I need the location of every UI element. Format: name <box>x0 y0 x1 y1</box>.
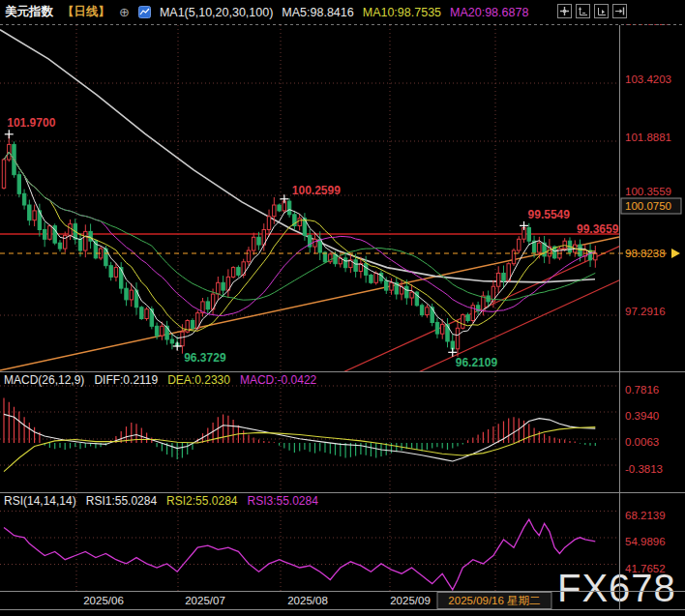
rsi-title: RSI(14,14,14) <box>4 494 76 508</box>
pan-right-icon[interactable] <box>612 4 627 18</box>
svg-text:100.0750: 100.0750 <box>625 200 671 212</box>
ma5-value: MA5:98.8416 <box>282 6 353 19</box>
macd-diff-value: DIFF:0.2119 <box>94 373 158 387</box>
svg-text:0.3940: 0.3940 <box>625 410 659 422</box>
svg-text:100.3559: 100.3559 <box>625 186 671 197</box>
svg-text:101.9700: 101.9700 <box>7 116 55 130</box>
main-chart-canvas[interactable] <box>0 30 625 374</box>
svg-text:54.9896: 54.9896 <box>625 536 666 547</box>
ma-legend: MA1(5,10,20,30,100) <box>160 6 273 19</box>
rsi-label-row: RSI(14,14,14) RSI1:55.0284 RSI2:55.0284 … <box>4 494 318 508</box>
macd-canvas[interactable] <box>4 398 595 472</box>
svg-text:68.2139: 68.2139 <box>625 510 666 521</box>
macd-value: MACD:-0.0422 <box>240 373 316 387</box>
zoom-in-icon[interactable] <box>576 4 590 18</box>
symbol-name: 美元指数 <box>5 4 53 20</box>
svg-text:41.7652: 41.7652 <box>625 563 666 574</box>
svg-text:101.8881: 101.8881 <box>625 132 671 143</box>
ma20-value: MA20:98.6878 <box>450 6 528 19</box>
reset-position-icon[interactable] <box>557 4 572 18</box>
svg-text:2025/07: 2025/07 <box>185 595 225 606</box>
chart-toolbar <box>557 4 627 18</box>
ma10-value: MA10:98.7535 <box>363 6 441 19</box>
svg-text:-0.3813: -0.3813 <box>625 463 663 475</box>
rsi3-value: RSI3:55.0284 <box>248 494 318 508</box>
svg-text:0.7816: 0.7816 <box>625 384 659 396</box>
macd-label-row: MACD(26,12,9) DIFF:0.2119 DEA:0.2330 MAC… <box>4 373 316 387</box>
svg-text:96.2109: 96.2109 <box>456 356 498 369</box>
svg-text:2025/08: 2025/08 <box>287 595 328 606</box>
trading-chart-window: FX678 104.9525103.4203101.8881100.355997… <box>0 0 685 616</box>
rsi1-value: RSI1:55.0284 <box>86 494 157 508</box>
period-label: 【日线】 <box>62 4 110 20</box>
svg-text:99.5549: 99.5549 <box>528 208 571 221</box>
time-axis: 2025/062025/072025/082025/092025/09/16 星… <box>83 593 551 609</box>
price-axis: 104.9525103.4203101.8881100.355997.29161… <box>621 15 681 574</box>
add-indicator-icon[interactable]: ⊕ <box>119 5 130 19</box>
svg-text:99.3659: 99.3659 <box>577 222 619 236</box>
svg-text:103.4203: 103.4203 <box>625 73 671 85</box>
svg-text:0.0063: 0.0063 <box>625 436 659 448</box>
chart-canvas[interactable]: FX678 104.9525103.4203101.8881100.355997… <box>0 0 685 616</box>
svg-text:96.3729: 96.3729 <box>184 351 226 365</box>
svg-text:97.2916: 97.2916 <box>625 306 666 317</box>
panel-frame <box>0 25 685 610</box>
chart-type-icon[interactable] <box>138 6 151 18</box>
svg-text:2025/09: 2025/09 <box>390 595 431 606</box>
rsi2-value: RSI2:55.0284 <box>166 494 237 508</box>
svg-text:100.2599: 100.2599 <box>292 184 341 197</box>
macd-title: MACD(26,12,9) <box>4 373 84 387</box>
svg-text:2025/06: 2025/06 <box>83 595 124 606</box>
svg-text:2025/09/16 星期二: 2025/09/16 星期二 <box>448 595 540 606</box>
macd-dea-value: DEA:0.2330 <box>167 373 230 387</box>
zoom-out-icon[interactable] <box>594 4 609 18</box>
